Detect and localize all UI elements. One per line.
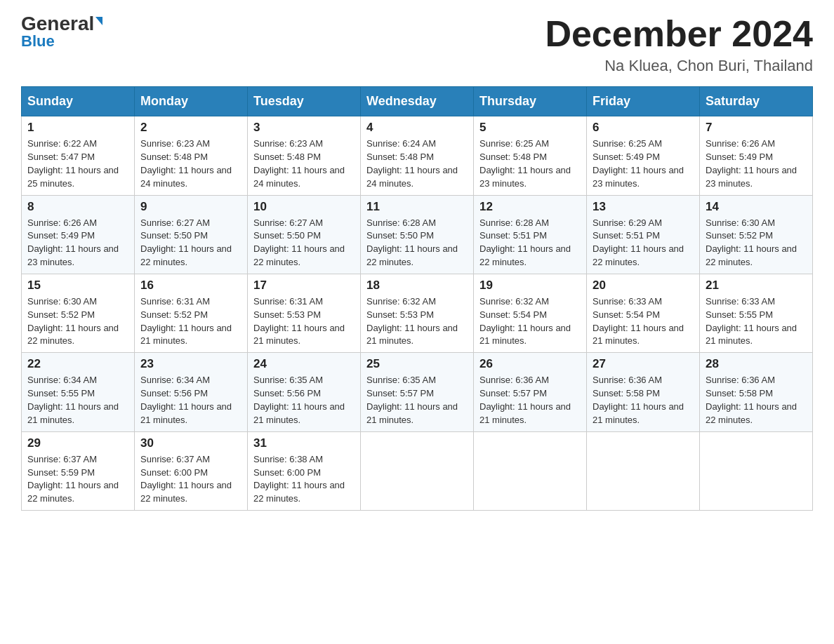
day-info: Sunrise: 6:32 AMSunset: 5:53 PMDaylight:… — [366, 295, 468, 348]
day-info: Sunrise: 6:28 AMSunset: 5:51 PMDaylight:… — [479, 217, 581, 269]
calendar-cell: 20 Sunrise: 6:33 AMSunset: 5:54 PMDaylig… — [587, 274, 700, 352]
day-info: Sunrise: 6:36 AMSunset: 5:57 PMDaylight:… — [479, 374, 581, 427]
calendar-cell: 27 Sunrise: 6:36 AMSunset: 5:58 PMDaylig… — [587, 353, 700, 431]
weekday-header-thursday: Thursday — [474, 87, 587, 116]
weekday-header-monday: Monday — [135, 87, 248, 116]
day-number: 31 — [253, 436, 355, 450]
day-info: Sunrise: 6:27 AMSunset: 5:50 PMDaylight:… — [253, 217, 355, 269]
day-number: 9 — [140, 200, 241, 214]
calendar-table: SundayMondayTuesdayWednesdayThursdayFrid… — [21, 86, 813, 511]
day-number: 10 — [253, 200, 355, 214]
calendar-week-row: 1 Sunrise: 6:22 AMSunset: 5:47 PMDayligh… — [22, 116, 813, 195]
day-number: 16 — [140, 279, 241, 293]
day-number: 23 — [140, 357, 241, 371]
day-number: 25 — [366, 357, 468, 371]
day-info: Sunrise: 6:34 AMSunset: 5:56 PMDaylight:… — [140, 374, 241, 427]
calendar-cell: 5 Sunrise: 6:25 AMSunset: 5:48 PMDayligh… — [474, 116, 587, 195]
calendar-cell: 9 Sunrise: 6:27 AMSunset: 5:50 PMDayligh… — [135, 195, 248, 274]
month-title: December 2024 — [545, 14, 813, 54]
day-info: Sunrise: 6:23 AMSunset: 5:48 PMDaylight:… — [140, 137, 241, 190]
weekday-header-wednesday: Wednesday — [361, 87, 474, 116]
calendar-cell: 12 Sunrise: 6:28 AMSunset: 5:51 PMDaylig… — [474, 195, 587, 274]
day-number: 13 — [593, 200, 694, 214]
day-info: Sunrise: 6:22 AMSunset: 5:47 PMDaylight:… — [27, 137, 128, 190]
day-info: Sunrise: 6:32 AMSunset: 5:54 PMDaylight:… — [479, 295, 581, 348]
day-info: Sunrise: 6:27 AMSunset: 5:50 PMDaylight:… — [140, 217, 241, 269]
calendar-cell: 23 Sunrise: 6:34 AMSunset: 5:56 PMDaylig… — [135, 353, 248, 431]
day-info: Sunrise: 6:28 AMSunset: 5:50 PMDaylight:… — [366, 217, 468, 269]
calendar-cell: 8 Sunrise: 6:26 AMSunset: 5:49 PMDayligh… — [22, 195, 135, 274]
calendar-cell: 26 Sunrise: 6:36 AMSunset: 5:57 PMDaylig… — [474, 353, 587, 431]
day-info: Sunrise: 6:36 AMSunset: 5:58 PMDaylight:… — [593, 374, 694, 427]
day-number: 29 — [27, 436, 128, 450]
calendar-cell: 14 Sunrise: 6:30 AMSunset: 5:52 PMDaylig… — [700, 195, 813, 274]
calendar-week-row: 22 Sunrise: 6:34 AMSunset: 5:55 PMDaylig… — [22, 353, 813, 431]
day-number: 3 — [253, 121, 355, 135]
calendar-cell: 2 Sunrise: 6:23 AMSunset: 5:48 PMDayligh… — [135, 116, 248, 195]
day-number: 12 — [479, 200, 581, 214]
day-number: 4 — [366, 121, 468, 135]
calendar-cell: 16 Sunrise: 6:31 AMSunset: 5:52 PMDaylig… — [135, 274, 248, 352]
day-number: 15 — [27, 279, 128, 293]
title-area: December 2024 Na Kluea, Chon Buri, Thail… — [545, 14, 813, 75]
day-number: 19 — [479, 279, 581, 293]
calendar-cell: 18 Sunrise: 6:32 AMSunset: 5:53 PMDaylig… — [361, 274, 474, 352]
day-info: Sunrise: 6:24 AMSunset: 5:48 PMDaylight:… — [366, 137, 468, 190]
calendar-cell: 3 Sunrise: 6:23 AMSunset: 5:48 PMDayligh… — [248, 116, 361, 195]
logo-triangle-icon — [95, 17, 102, 25]
weekday-header-friday: Friday — [587, 87, 700, 116]
day-info: Sunrise: 6:25 AMSunset: 5:48 PMDaylight:… — [479, 137, 581, 190]
day-number: 7 — [706, 121, 807, 135]
calendar-cell: 29 Sunrise: 6:37 AMSunset: 5:59 PMDaylig… — [22, 431, 135, 510]
weekday-header-sunday: Sunday — [22, 87, 135, 116]
weekday-header-saturday: Saturday — [700, 87, 813, 116]
day-number: 27 — [593, 357, 694, 371]
header: General Blue December 2024 Na Kluea, Cho… — [21, 14, 813, 75]
day-number: 8 — [27, 200, 128, 214]
calendar-cell: 4 Sunrise: 6:24 AMSunset: 5:48 PMDayligh… — [361, 116, 474, 195]
day-info: Sunrise: 6:31 AMSunset: 5:53 PMDaylight:… — [253, 295, 355, 348]
calendar-cell: 17 Sunrise: 6:31 AMSunset: 5:53 PMDaylig… — [248, 274, 361, 352]
day-number: 6 — [593, 121, 694, 135]
day-number: 17 — [253, 279, 355, 293]
day-info: Sunrise: 6:30 AMSunset: 5:52 PMDaylight:… — [706, 217, 807, 269]
calendar-cell — [587, 431, 700, 510]
day-info: Sunrise: 6:30 AMSunset: 5:52 PMDaylight:… — [27, 295, 128, 348]
day-info: Sunrise: 6:25 AMSunset: 5:49 PMDaylight:… — [593, 137, 694, 190]
logo: General Blue — [21, 14, 102, 51]
day-info: Sunrise: 6:35 AMSunset: 5:57 PMDaylight:… — [366, 374, 468, 427]
calendar-week-row: 29 Sunrise: 6:37 AMSunset: 5:59 PMDaylig… — [22, 431, 813, 510]
calendar-cell — [700, 431, 813, 510]
day-info: Sunrise: 6:29 AMSunset: 5:51 PMDaylight:… — [593, 217, 694, 269]
day-info: Sunrise: 6:37 AMSunset: 5:59 PMDaylight:… — [27, 453, 128, 506]
calendar-cell: 10 Sunrise: 6:27 AMSunset: 5:50 PMDaylig… — [248, 195, 361, 274]
calendar-cell: 25 Sunrise: 6:35 AMSunset: 5:57 PMDaylig… — [361, 353, 474, 431]
day-info: Sunrise: 6:35 AMSunset: 5:56 PMDaylight:… — [253, 374, 355, 427]
logo-general: General — [21, 14, 94, 34]
day-number: 14 — [706, 200, 807, 214]
weekday-header-tuesday: Tuesday — [248, 87, 361, 116]
calendar-cell: 13 Sunrise: 6:29 AMSunset: 5:51 PMDaylig… — [587, 195, 700, 274]
calendar-cell: 28 Sunrise: 6:36 AMSunset: 5:58 PMDaylig… — [700, 353, 813, 431]
calendar-week-row: 15 Sunrise: 6:30 AMSunset: 5:52 PMDaylig… — [22, 274, 813, 352]
calendar-cell: 19 Sunrise: 6:32 AMSunset: 5:54 PMDaylig… — [474, 274, 587, 352]
calendar-cell: 22 Sunrise: 6:34 AMSunset: 5:55 PMDaylig… — [22, 353, 135, 431]
day-info: Sunrise: 6:34 AMSunset: 5:55 PMDaylight:… — [27, 374, 128, 427]
day-info: Sunrise: 6:26 AMSunset: 5:49 PMDaylight:… — [27, 217, 128, 269]
day-number: 26 — [479, 357, 581, 371]
day-info: Sunrise: 6:26 AMSunset: 5:49 PMDaylight:… — [706, 137, 807, 190]
calendar-cell: 11 Sunrise: 6:28 AMSunset: 5:50 PMDaylig… — [361, 195, 474, 274]
day-number: 30 — [140, 436, 241, 450]
day-number: 21 — [706, 279, 807, 293]
day-info: Sunrise: 6:33 AMSunset: 5:54 PMDaylight:… — [593, 295, 694, 348]
day-number: 2 — [140, 121, 241, 135]
day-number: 5 — [479, 121, 581, 135]
calendar-cell: 1 Sunrise: 6:22 AMSunset: 5:47 PMDayligh… — [22, 116, 135, 195]
weekday-header-row: SundayMondayTuesdayWednesdayThursdayFrid… — [22, 87, 813, 116]
day-info: Sunrise: 6:31 AMSunset: 5:52 PMDaylight:… — [140, 295, 241, 348]
day-info: Sunrise: 6:37 AMSunset: 6:00 PMDaylight:… — [140, 453, 241, 506]
day-info: Sunrise: 6:23 AMSunset: 5:48 PMDaylight:… — [253, 137, 355, 190]
day-info: Sunrise: 6:36 AMSunset: 5:58 PMDaylight:… — [706, 374, 807, 427]
day-number: 11 — [366, 200, 468, 214]
calendar-cell — [361, 431, 474, 510]
